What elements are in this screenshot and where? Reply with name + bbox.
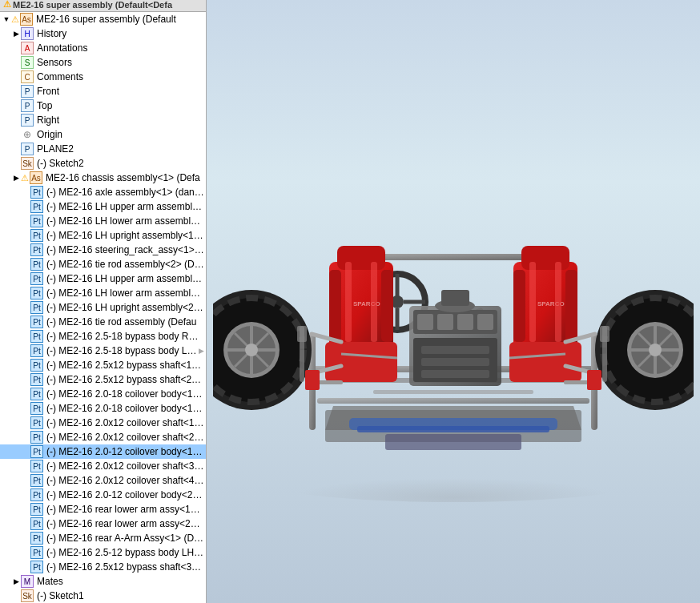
- tree-item-origin[interactable]: ⊕Origin: [0, 127, 206, 142]
- tree-panel[interactable]: ⚠ ME2-16 super assembly (Default<Defa ▼⚠…: [0, 0, 207, 603]
- warning-icon: ⚠: [3, 0, 11, 10]
- expand-arrow: [21, 416, 30, 429]
- tree-item-label: (-) ME2-16 2.0-18 coilover body<1> (D: [46, 388, 204, 400]
- tree-item-bypass_lh2[interactable]: Pt(-) ME2-16 2.5-12 bypass body LH<1>: [0, 545, 206, 560]
- tree-item-label: (-) ME2-16 steering_rack_assy<1> (Defau: [46, 244, 204, 255]
- tree-item-coilover_shaft4[interactable]: Pt(-) ME2-16 2.0x12 coilover shaft<4> (D: [0, 473, 206, 488]
- tree-item-steering[interactable]: Pt(-) ME2-16 steering_rack_assy<1> (Defa…: [0, 243, 206, 257]
- tree-item-label: (-) ME2-16 2.5x12 bypass shaft<1> (De: [46, 360, 204, 371]
- tree-item-lh_upright1[interactable]: Pt(-) ME2-16 LH upright assembly<1> (l: [0, 228, 206, 243]
- expand-arrow: [21, 272, 30, 285]
- tree-item-label: (-) Sketch2: [37, 158, 84, 169]
- viewport-panel[interactable]: SPARCO SPARCO: [207, 0, 700, 603]
- tree-item-lh_lower2[interactable]: Pt(-) ME2-16 LH lower arm assembly<2: [0, 286, 206, 300]
- expand-arrow[interactable]: ▶: [11, 575, 21, 588]
- svg-rect-84: [305, 370, 320, 390]
- expand-arrow: [11, 589, 21, 602]
- svg-rect-29: [421, 358, 489, 366]
- tree-item-label: (-) ME2-16 2.5x12 bypass shaft<2> (De: [46, 374, 204, 385]
- expand-arrow: [21, 200, 30, 213]
- tree-item-sensors[interactable]: SSensors: [0, 55, 206, 70]
- tree-item-label: ME2-16 chassis assembly<1> (Defa: [46, 172, 200, 183]
- expand-arrow: [21, 258, 30, 271]
- expand-arrow[interactable]: ▶: [11, 27, 21, 40]
- tree-item-mates[interactable]: ▶MMates: [0, 574, 206, 589]
- tree-item-label: (-) ME2-16 2.0x12 coilover shaft<4> (D: [46, 475, 204, 486]
- tree-item-bypass_shaft3[interactable]: Pt(-) ME2-16 2.5x12 bypass shaft<3> (De: [0, 560, 206, 574]
- feature-tree[interactable]: ▼⚠AsME2-16 super assembly (Default▶HHist…: [0, 12, 206, 603]
- tree-item-axle[interactable]: Pt(-) ME2-16 axle assembly<1> (dana 60: [0, 185, 206, 199]
- expand-arrow: [21, 301, 30, 314]
- expand-arrow: [21, 344, 30, 357]
- tree-item-coilover_body_sel[interactable]: Pt(-) ME2-16 2.0-12 coilover body<1> (D: [0, 444, 206, 459]
- tree-item-sketch2[interactable]: Sk(-) Sketch2: [0, 156, 206, 171]
- tree-item-bypass_rh1[interactable]: Pt(-) ME2-16 2.5-18 bypass body RH<1>: [0, 329, 206, 344]
- tree-item-lh_upper2[interactable]: Pt(-) ME2-16 LH upper arm assembly<2: [0, 271, 206, 286]
- tree-item-label: (-) ME2-16 2.0-12 coilover body<1> (D: [46, 446, 204, 457]
- tree-item-front[interactable]: PFront: [0, 84, 206, 98]
- tree-item-title[interactable]: ▼⚠AsME2-16 super assembly (Default: [0, 12, 206, 26]
- expand-arrow: [21, 546, 30, 559]
- tree-item-right[interactable]: PRight: [0, 113, 206, 127]
- tree-item-label: (-) ME2-16 2.0-18 coilover body<1> (D: [46, 403, 204, 414]
- tree-item-lh_upright2[interactable]: Pt(-) ME2-16 LH upright assembly<2> (l: [0, 300, 206, 315]
- svg-rect-6: [373, 390, 533, 394]
- tree-item-comments[interactable]: CComments: [0, 70, 206, 84]
- svg-rect-23: [417, 314, 433, 330]
- tree-item-lh_upper1[interactable]: Pt(-) ME2-16 LH upper arm assembly<1>: [0, 199, 206, 214]
- tree-item-lh_lower1[interactable]: Pt(-) ME2-16 LH lower arm assembly<1>: [0, 214, 206, 228]
- tree-item-bypass_lh1[interactable]: Pt(-) ME2-16 2.5-18 bypass body LH<1>▶: [0, 344, 206, 358]
- tree-item-history[interactable]: ▶HHistory: [0, 26, 206, 41]
- expand-arrow: [11, 85, 21, 98]
- tree-item-coilover_body2[interactable]: Pt(-) ME2-16 2.0-18 coilover body<1> (D: [0, 401, 206, 416]
- expand-arrow: [21, 532, 30, 545]
- svg-rect-81: [385, 434, 521, 450]
- expand-arrow[interactable]: ▼: [2, 13, 11, 26]
- svg-rect-24: [437, 314, 453, 330]
- tree-item-rear_aarm[interactable]: Pt(-) ME2-16 rear A-Arm Assy<1> (Defau: [0, 531, 206, 545]
- tree-item-label: Mates: [37, 576, 63, 587]
- tree-item-label: (-) ME2-16 2.5-18 bypass body LH<1>: [46, 345, 199, 356]
- tree-item-label: Annotations: [37, 42, 87, 54]
- tree-item-coilover_shaft2[interactable]: Pt(-) ME2-16 2.0x12 coilover shaft<2> (D: [0, 430, 206, 444]
- tree-item-label: (-) ME2-16 2.5-18 bypass body RH<1>: [46, 331, 204, 342]
- tree-item-coilover_shaft1[interactable]: Pt(-) ME2-16 2.0x12 coilover shaft<1> (D: [0, 416, 206, 430]
- tree-item-sketch1[interactable]: Sk(-) Sketch1: [0, 589, 206, 603]
- expand-arrow: [21, 402, 30, 415]
- tree-item-coilover_body2b[interactable]: Pt(-) ME2-16 2.0-12 coilover body<2> (D: [0, 488, 206, 502]
- tree-item-tie_rod2[interactable]: Pt(-) ME2-16 tie rod assembly<2> (Defau: [0, 257, 206, 271]
- tree-item-label: Comments: [37, 71, 83, 82]
- svg-rect-40: [371, 262, 377, 342]
- tree-item-label: (-) ME2-16 rear A-Arm Assy<1> (Defau: [46, 533, 204, 544]
- tree-item-label: (-) ME2-16 LH upper arm assembly<2: [46, 273, 204, 284]
- tree-item-plane2[interactable]: PPLANE2: [0, 142, 206, 156]
- expand-arrow: [21, 215, 30, 227]
- 3d-view[interactable]: SPARCO SPARCO: [207, 0, 700, 603]
- expand-arrow: [21, 243, 30, 256]
- tree-item-label: Right: [37, 115, 59, 126]
- tree-item-annotations[interactable]: AAnnotations: [0, 41, 206, 55]
- tree-item-top[interactable]: PTop: [0, 98, 206, 113]
- scroll-indicator: ▶: [199, 347, 204, 355]
- svg-rect-44: [565, 270, 577, 342]
- expand-arrow: [21, 316, 30, 328]
- tree-item-rear_lower1[interactable]: Pt(-) ME2-16 rear lower arm assy<1> (Da: [0, 502, 206, 517]
- tree-item-rear_lower2[interactable]: Pt(-) ME2-16 rear lower arm assy<2> (D: [0, 517, 206, 531]
- tree-item-coilover_shaft3[interactable]: Pt(-) ME2-16 2.0x12 coilover shaft<3> (D: [0, 459, 206, 473]
- expand-arrow: [21, 229, 30, 242]
- expand-arrow: [21, 287, 30, 299]
- svg-rect-42: [509, 342, 581, 382]
- tree-item-bypass_shaft2[interactable]: Pt(-) ME2-16 2.5x12 bypass shaft<2> (De: [0, 372, 206, 387]
- expand-arrow: [21, 373, 30, 386]
- tree-item-chassis[interactable]: ▶⚠AsME2-16 chassis assembly<1> (Defa: [0, 171, 206, 185]
- tree-item-bypass_shaft1[interactable]: Pt(-) ME2-16 2.5x12 bypass shaft<1> (De: [0, 358, 206, 372]
- tree-item-coilover_body1[interactable]: Pt(-) ME2-16 2.0-18 coilover body<1> (D: [0, 387, 206, 401]
- tree-item-label: (-) Sketch1: [37, 590, 84, 601]
- tree-item-tie_rod_assy2[interactable]: Pt(-) ME2-16 tie rod assembly (Defau: [0, 315, 206, 329]
- svg-rect-2: [317, 398, 589, 404]
- svg-rect-76: [600, 326, 609, 342]
- svg-point-58: [245, 344, 258, 356]
- expand-arrow[interactable]: ▶: [11, 171, 21, 184]
- tree-item-label: Front: [37, 86, 59, 97]
- expand-arrow: [11, 42, 21, 54]
